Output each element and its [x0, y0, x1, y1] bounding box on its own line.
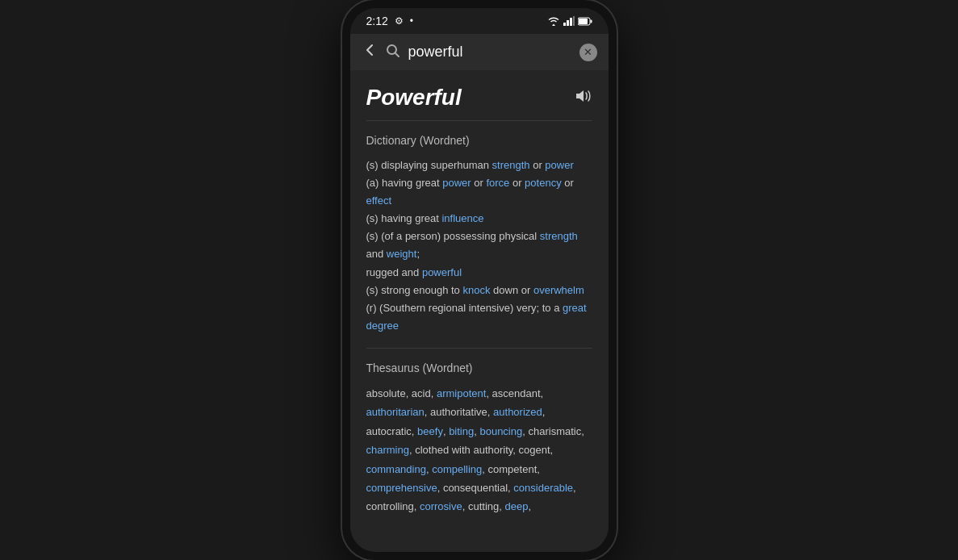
word-title: Powerful	[366, 85, 462, 111]
highlight-overwhelm: overwhelm	[533, 284, 584, 296]
status-right	[547, 16, 592, 26]
thesaurus-title: Thesaurus (Wordnet)	[366, 361, 592, 374]
svg-rect-5	[590, 19, 592, 23]
highlight-power: power	[545, 159, 573, 171]
signal-icon	[563, 16, 575, 26]
th-charming: charming	[366, 444, 409, 456]
th-authoritarian: authoritarian	[366, 406, 425, 418]
highlight-strength2: strength	[540, 230, 578, 242]
settings-icon: ⚙	[395, 15, 404, 27]
th-authorized: authorized	[493, 406, 542, 418]
phone-screen: 2:12 ⚙ •	[350, 8, 609, 552]
svg-rect-2	[570, 18, 572, 26]
definition-list: (s) displaying superhuman strength or po…	[366, 157, 592, 335]
speaker-button[interactable]	[575, 89, 592, 107]
speaker-icon	[575, 89, 592, 103]
wifi-icon	[547, 16, 560, 26]
th-considerable: considerable	[513, 482, 573, 494]
svg-rect-6	[579, 19, 588, 24]
th-corrosive: corrosive	[420, 500, 462, 512]
th-comprehensive: comprehensive	[366, 482, 437, 494]
dot-indicator: •	[410, 15, 413, 27]
thesaurus-words: absolute, acid, armipotent, ascendant, a…	[366, 384, 592, 516]
th-commanding: commanding	[366, 463, 426, 475]
definition-item-5: (s) strong enough to knock down or overw…	[366, 282, 592, 299]
highlight-effect: effect	[366, 194, 392, 207]
th-biting: biting	[449, 425, 474, 437]
th-bouncing: bouncing	[479, 425, 522, 437]
definition-item-4: (s) (of a person) possessing physical st…	[366, 228, 592, 281]
definition-item-3: (s) having great influence	[366, 210, 592, 228]
clear-button[interactable]: ✕	[579, 44, 597, 61]
th-deep: deep	[504, 500, 528, 512]
search-icon	[386, 44, 400, 61]
definition-item-1: (s) displaying superhuman strength or po…	[366, 157, 592, 174]
battery-icon	[578, 17, 592, 26]
highlight-knock: knock	[462, 284, 490, 296]
status-bar: 2:12 ⚙ •	[350, 8, 609, 34]
dictionary-section: Dictionary (Wordnet) (s) displaying supe…	[350, 121, 609, 348]
svg-rect-1	[567, 20, 569, 26]
svg-rect-0	[563, 23, 566, 26]
search-input[interactable]: powerful	[408, 44, 571, 61]
thesaurus-section: Thesaurus (Wordnet) absolute, acid, armi…	[350, 349, 609, 529]
highlight-force: force	[486, 177, 509, 189]
definition-item-2: (a) having great power or force or poten…	[366, 174, 592, 210]
svg-rect-3	[573, 16, 575, 26]
highlight-weight: weight	[387, 248, 417, 260]
dictionary-title: Dictionary (Wordnet)	[366, 134, 592, 147]
highlight-potency: potency	[525, 177, 562, 189]
th-beefy: beefy	[417, 425, 443, 437]
th-compelling: compelling	[432, 463, 482, 475]
highlight-degree: great degree	[366, 302, 587, 332]
highlight-powerful: powerful	[422, 266, 462, 278]
highlight-strength: strength	[492, 159, 530, 171]
definition-item-6: (r) (Southern regional intensive) very; …	[366, 299, 592, 335]
content-area[interactable]: Powerful Dictionary (Wordnet) (s) displa…	[350, 70, 609, 552]
back-button[interactable]	[362, 42, 378, 62]
phone-frame: 2:12 ⚙ •	[342, 0, 617, 560]
status-left: 2:12 ⚙ •	[366, 15, 413, 27]
search-bar: powerful ✕	[350, 34, 609, 70]
highlight-influence: influence	[441, 212, 483, 224]
highlight-power2: power	[442, 177, 471, 189]
word-header: Powerful	[350, 70, 609, 120]
status-time: 2:12	[366, 15, 388, 27]
th-armipotent: armipotent	[437, 387, 486, 399]
